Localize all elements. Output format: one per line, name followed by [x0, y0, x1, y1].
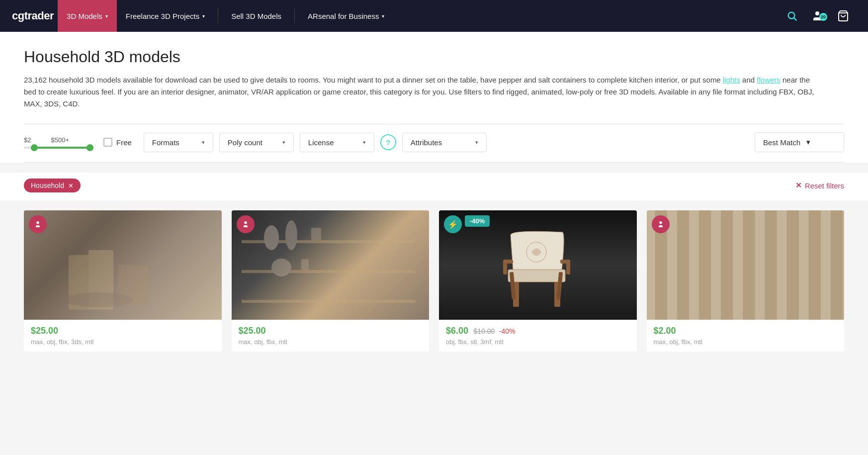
- chair-illustration: [488, 225, 588, 314]
- search-icon[interactable]: [780, 10, 804, 21]
- chevron-down-icon: ▾: [202, 13, 205, 19]
- products-grid: $25.00 max, obj, fbx, 3ds, mtl: [24, 210, 844, 352]
- reset-x-icon: ✕: [795, 181, 802, 190]
- product-original-price: $10.00: [474, 327, 495, 335]
- description-prefix: 23,162 household 3D models available for…: [24, 76, 723, 84]
- remove-filter-icon[interactable]: ✕: [68, 182, 74, 189]
- reset-filters-button[interactable]: ✕ Reset filters: [795, 181, 844, 190]
- formats-dropdown[interactable]: Formats ▾: [144, 133, 213, 152]
- filters-bar: $2 $500+ Free Formats ▾ Poly count ▾: [24, 124, 844, 163]
- svg-rect-12: [311, 228, 321, 240]
- product-formats: obj, fbx, stl, 3mf, mtl: [446, 338, 630, 346]
- description-middle: and: [740, 76, 757, 84]
- product-price: $25.00: [239, 326, 423, 336]
- nav-item-arsenal[interactable]: ARsenal for Business ▾: [299, 0, 393, 32]
- products-section: $25.00 max, obj, fbx, 3ds, mtl: [0, 200, 868, 362]
- price-slider-thumb-right[interactable]: [87, 144, 93, 151]
- price-slider-fill: [34, 147, 90, 149]
- svg-rect-21: [503, 260, 507, 274]
- nav-divider-2: [294, 8, 295, 23]
- product-formats: max, obj, fbx, 3ds, mtl: [31, 338, 215, 346]
- price-min-label: $2: [24, 136, 31, 144]
- svg-rect-8: [242, 270, 416, 273]
- product-info: $25.00 max, obj, fbx, mtl: [232, 320, 430, 352]
- product-image: [24, 210, 222, 320]
- nav-item-freelance[interactable]: Freelance 3D Projects ▾: [117, 0, 214, 32]
- nav-label-3d-models: 3D Models: [67, 12, 102, 20]
- bookmark-icon[interactable]: [29, 215, 47, 233]
- svg-line-1: [794, 18, 796, 20]
- product-image: ⚡ -40%: [439, 210, 637, 320]
- price-labels: $2 $500+: [24, 136, 69, 144]
- lights-link[interactable]: lights: [723, 76, 740, 84]
- bookmark-icon[interactable]: [237, 215, 255, 233]
- chevron-down-icon: ▾: [363, 139, 366, 146]
- notifications-icon[interactable]: 20: [804, 10, 830, 22]
- svg-point-11: [285, 220, 297, 250]
- svg-rect-29: [721, 210, 733, 320]
- lightning-icon: ⚡: [444, 215, 462, 233]
- curtains-illustration: [647, 210, 845, 320]
- chevron-down-icon: ▾: [382, 13, 384, 19]
- product-price: $2.00: [654, 326, 838, 336]
- license-dropdown[interactable]: License ▾: [300, 133, 374, 152]
- help-button[interactable]: ?: [380, 134, 396, 150]
- chevron-down-icon: ▾: [806, 138, 810, 147]
- license-label: License: [308, 138, 334, 147]
- nav-item-sell[interactable]: Sell 3D Models: [222, 0, 290, 32]
- svg-point-0: [788, 12, 795, 19]
- price-range-filter: $2 $500+: [24, 136, 93, 149]
- chevron-down-icon: ▾: [475, 139, 478, 146]
- sort-label: Best Match: [763, 138, 800, 147]
- attributes-dropdown[interactable]: Attributes ▾: [402, 133, 487, 152]
- svg-rect-23: [566, 260, 570, 274]
- svg-rect-27: [677, 210, 689, 320]
- formats-label: Formats: [152, 138, 179, 147]
- free-filter[interactable]: Free: [103, 138, 132, 147]
- product-info: $25.00 max, obj, fbx, 3ds, mtl: [24, 320, 222, 352]
- chevron-down-icon: ▾: [105, 13, 108, 19]
- product-price: $6.00: [446, 326, 468, 336]
- svg-point-10: [264, 225, 279, 250]
- nav-label-arsenal: ARsenal for Business: [308, 12, 379, 20]
- product-card: $25.00 max, obj, fbx, mtl: [232, 210, 430, 352]
- product-image: [232, 210, 430, 320]
- reset-filters-label: Reset filters: [805, 182, 844, 190]
- poly-count-dropdown[interactable]: Poly count ▾: [219, 133, 294, 152]
- nav-divider: [218, 8, 218, 23]
- price-slider-thumb-left[interactable]: [31, 144, 38, 151]
- product-formats: max, obj, fbx, mtl: [654, 338, 838, 346]
- household-filter-tag[interactable]: Household ✕: [24, 179, 81, 192]
- svg-rect-31: [765, 210, 777, 320]
- bookmark-icon[interactable]: [652, 215, 670, 233]
- svg-rect-30: [743, 210, 755, 320]
- cart-icon[interactable]: [830, 10, 856, 22]
- product-image: [647, 210, 845, 320]
- discount-badge: -40%: [465, 215, 490, 227]
- free-checkbox[interactable]: [103, 138, 112, 147]
- sort-dropdown[interactable]: Best Match ▾: [755, 132, 844, 152]
- svg-point-6: [64, 292, 133, 307]
- product-card: ⚡ -40% $6.00 $10.00 -40% obj, fbx, stl, …: [439, 210, 637, 352]
- product-info: $2.00 max, obj, fbx, mtl: [647, 320, 845, 352]
- nav-label-sell: Sell 3D Models: [231, 12, 281, 20]
- svg-rect-33: [808, 210, 820, 320]
- nav-label-freelance: Freelance 3D Projects: [126, 12, 199, 20]
- attributes-label: Attributes: [411, 138, 442, 147]
- price-slider-track[interactable]: [24, 147, 93, 149]
- navbar: cgtrader 3D Models ▾ Freelance 3D Projec…: [0, 0, 868, 32]
- active-filters-row: Household ✕ ✕ Reset filters: [0, 173, 868, 200]
- product-info: $6.00 $10.00 -40% obj, fbx, stl, 3mf, mt…: [439, 320, 637, 352]
- site-logo[interactable]: cgtrader: [12, 9, 54, 22]
- svg-point-13: [271, 259, 291, 276]
- product-card: $2.00 max, obj, fbx, mtl: [647, 210, 845, 352]
- page-title: Household 3D models: [24, 48, 844, 66]
- svg-rect-14: [301, 259, 309, 270]
- flowers-link[interactable]: flowers: [757, 76, 781, 84]
- svg-rect-28: [698, 210, 710, 320]
- nav-item-3d-models[interactable]: 3D Models ▾: [58, 0, 117, 32]
- product-price: $25.00: [31, 326, 215, 336]
- product-card: $25.00 max, obj, fbx, 3ds, mtl: [24, 210, 222, 352]
- product-formats: max, obj, fbx, mtl: [239, 338, 423, 346]
- poly-count-label: Poly count: [228, 138, 262, 147]
